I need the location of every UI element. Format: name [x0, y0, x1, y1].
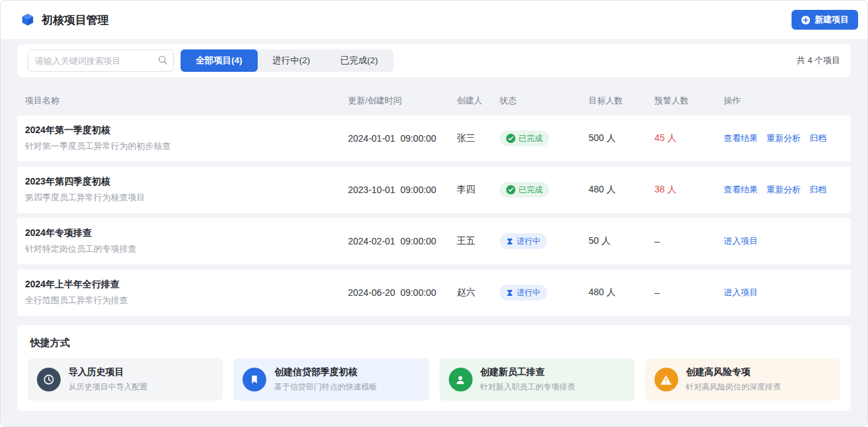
row-actions: 查看结果重新分析归档	[724, 184, 843, 196]
search-box	[28, 49, 174, 72]
project-description: 第四季度员工异常行为核查项目	[25, 192, 348, 204]
project-name-cell: 2023年第四季度初核 第四季度员工异常行为核查项目	[25, 176, 348, 204]
action-link[interactable]: 进入项目	[724, 287, 758, 297]
table-header: 项目名称更新/创建时间创建人状态目标人数预警人数操作	[17, 86, 851, 115]
shortcut-card[interactable]: 创建高风险专项 针对高风险岗位的深度排查	[645, 358, 840, 401]
status-cell: 已完成	[500, 182, 589, 198]
shortcut-description: 针对新入职员工的专项排查	[480, 382, 575, 393]
column-header-2: 创建人	[457, 95, 500, 107]
project-list: 2024年第一季度初核 针对第一季度员工异常行为的初步核查 2024-01-01…	[17, 115, 851, 316]
project-name: 2024年第一季度初核	[25, 125, 348, 136]
status-label: 进行中	[517, 236, 540, 247]
project-name: 2024年专项排查	[25, 227, 348, 239]
column-header-5: 预警人数	[654, 95, 724, 107]
filter-tab-2[interactable]: 已完成(2)	[326, 49, 393, 72]
warning-count: –	[654, 236, 724, 246]
shortcut-icon-circle	[449, 368, 473, 391]
shortcut-card[interactable]: 创建信贷部季度初核 基于信贷部门特点的快速模板	[233, 358, 428, 401]
project-creator: 王五	[457, 235, 500, 247]
column-header-0: 项目名称	[25, 95, 348, 107]
filter-tabs: 全部项目(4)进行中(2)已完成(2)	[181, 49, 393, 72]
project-name-cell: 2024年上半年全行排查 全行范围员工异常行为排查	[25, 279, 348, 306]
shortcuts-title: 快捷方式	[30, 337, 840, 349]
shortcut-title: 创建信贷部季度初核	[274, 366, 377, 378]
status-badge: 已完成	[500, 182, 549, 198]
new-project-button-label: 新建项目	[815, 14, 849, 26]
table-row: 2023年第四季度初核 第四季度员工异常行为核查项目 2023-10-01 09…	[17, 167, 851, 213]
shortcut-text: 创建信贷部季度初核 基于信贷部门特点的快速模板	[274, 366, 377, 393]
row-actions: 进入项目	[724, 235, 843, 247]
action-link[interactable]: 归档	[809, 133, 826, 143]
project-creator: 赵六	[457, 287, 500, 299]
project-count-text: 共 4 个项目	[797, 55, 840, 67]
search-icon[interactable]	[158, 55, 168, 65]
main-content: 全部项目(4)进行中(2)已完成(2) 共 4 个项目 项目名称更新/创建时间创…	[1, 39, 867, 411]
shortcut-card[interactable]: 创建新员工排查 针对新入职员工的专项排查	[440, 358, 635, 401]
shortcut-title: 创建新员工排查	[480, 366, 575, 378]
shortcut-description: 基于信贷部门特点的快速模板	[274, 382, 377, 393]
warning-count: 38 人	[654, 184, 724, 196]
project-time: 2023-10-01 09:00:00	[348, 185, 457, 195]
project-name-cell: 2024年第一季度初核 针对第一季度员工异常行为的初步核查	[25, 125, 348, 152]
project-description: 针对特定岗位员工的专项排查	[25, 243, 348, 255]
project-description: 全行范围员工异常行为排查	[25, 295, 348, 306]
project-time: 2024-01-01 09:00:00	[348, 133, 457, 144]
shortcut-card[interactable]: 导入历史项目 从历史项目中导入配置	[28, 358, 223, 401]
shortcut-text: 创建高风险专项 针对高风险岗位的深度排查	[686, 366, 781, 393]
action-link[interactable]: 查看结果	[724, 133, 758, 143]
preliminary-review-project-management-page: 初核项目管理 新建项目 全部项目(4)进行中(2)已完成(2) 共 4 个项目 …	[0, 0, 868, 427]
warning-count: –	[654, 287, 724, 298]
action-link[interactable]: 查看结果	[724, 185, 758, 194]
status-label: 进行中	[517, 287, 540, 299]
project-time: 2024-02-01 09:00:00	[348, 236, 457, 246]
column-header-4: 目标人数	[589, 95, 654, 107]
shortcut-description: 针对高风险岗位的深度排查	[686, 382, 781, 393]
check-circle-icon	[506, 185, 515, 194]
shortcut-text: 创建新员工排查 针对新入职员工的专项排查	[480, 366, 575, 393]
shortcut-title: 导入历史项目	[69, 366, 148, 378]
column-header-3: 状态	[500, 95, 589, 107]
status-badge: 进行中	[500, 233, 547, 249]
filter-tab-1[interactable]: 进行中(2)	[258, 49, 326, 72]
target-count: 50 人	[589, 235, 654, 247]
project-creator: 张三	[457, 132, 500, 144]
action-link[interactable]: 归档	[809, 185, 826, 194]
column-header-1: 更新/创建时间	[348, 95, 457, 107]
shortcut-title: 创建高风险专项	[686, 366, 781, 378]
project-creator: 李四	[457, 184, 500, 196]
new-project-button[interactable]: 新建项目	[792, 10, 858, 30]
project-time: 2024-06-20 09:00:00	[348, 287, 457, 298]
column-header-6: 操作	[724, 95, 843, 107]
shortcut-icon-circle	[37, 368, 61, 391]
action-link[interactable]: 重新分析	[767, 185, 801, 194]
shortcut-list: 导入历史项目 从历史项目中导入配置 创建信贷部季度初核 基于信贷部门特点的快速模…	[28, 358, 840, 401]
status-cell: 进行中	[500, 285, 589, 300]
shortcut-text: 导入历史项目 从历史项目中导入配置	[69, 366, 148, 393]
check-circle-icon	[506, 134, 515, 143]
status-badge: 进行中	[500, 285, 547, 300]
table-row: 2024年专项排查 针对特定岗位员工的专项排查 2024-02-01 09:00…	[17, 218, 851, 264]
target-count: 500 人	[589, 132, 654, 144]
project-description: 针对第一季度员工异常行为的初步核查	[25, 140, 348, 152]
filter-tab-0[interactable]: 全部项目(4)	[181, 49, 258, 72]
target-count: 480 人	[589, 287, 654, 299]
box-icon	[20, 13, 35, 27]
clock-icon	[42, 373, 55, 386]
search-input[interactable]	[28, 49, 174, 72]
status-label: 已完成	[519, 133, 542, 144]
row-actions: 查看结果重新分析归档	[724, 132, 843, 144]
table-row: 2024年第一季度初核 针对第一季度员工异常行为的初步核查 2024-01-01…	[17, 115, 851, 161]
hourglass-icon	[506, 238, 513, 245]
action-link[interactable]: 进入项目	[724, 236, 758, 246]
shortcuts-panel: 快捷方式 导入历史项目 从历史项目中导入配置 创建信贷部季度初核 基	[17, 325, 851, 411]
hourglass-icon	[506, 289, 513, 297]
page-title: 初核项目管理	[42, 13, 109, 28]
action-link[interactable]: 重新分析	[767, 133, 801, 143]
plus-circle-icon	[801, 15, 811, 25]
status-badge: 已完成	[500, 130, 549, 146]
status-cell: 已完成	[500, 130, 589, 146]
status-cell: 进行中	[500, 233, 589, 249]
project-name: 2023年第四季度初核	[25, 176, 348, 188]
status-label: 已完成	[519, 185, 542, 196]
warning-triangle-icon	[660, 374, 672, 386]
